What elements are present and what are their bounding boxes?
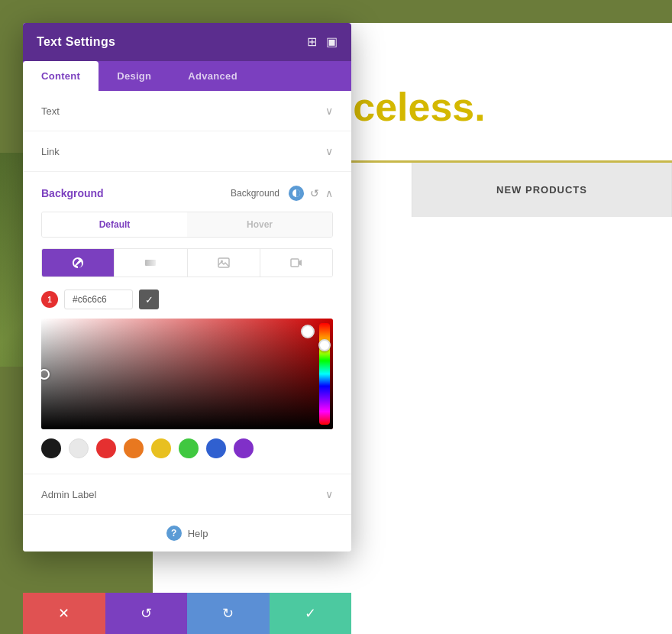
help-icon: ? [166,526,182,541]
tab-advanced[interactable]: Advanced [170,61,256,91]
fullscreen-icon[interactable]: ⊞ [307,36,317,48]
color-input-row: 1 ✓ [41,290,333,309]
swatch-green[interactable] [179,438,199,458]
bg-type-video[interactable] [260,249,332,277]
background-label-text: Background [231,188,279,199]
color-number-badge: 1 [41,291,58,308]
text-accordion[interactable]: Text ∨ [23,91,351,131]
background-chevron[interactable]: ∧ [325,187,333,199]
background-header-right: Background ↺ ∧ [231,186,333,201]
bg-tab-default[interactable]: Default [42,212,187,237]
color-hex-input[interactable] [64,290,133,309]
link-accordion[interactable]: Link ∨ [23,131,351,172]
hero-text-dot: . [474,85,485,129]
panel-body: Text ∨ Link ∨ Background Background ↺ ∧ [23,91,351,552]
hue-handle [318,339,331,351]
preview-tab-newproducts[interactable]: NEW PRODUCTS [412,163,672,217]
tab-content[interactable]: Content [23,61,99,91]
opacity-indicator [301,325,315,338]
swatch-yellow[interactable] [151,438,171,458]
panel-title: Text Settings [37,35,115,49]
cancel-button[interactable]: ✕ [23,593,105,634]
bg-type-color[interactable] [42,249,115,277]
redo-button[interactable]: ↻ [187,593,270,634]
panel-header-icons: ⊞ ▣ [307,36,338,48]
color-swatches [41,438,333,458]
background-title: Background [41,187,104,199]
swatch-purple[interactable] [234,438,254,458]
swatch-red[interactable] [96,438,116,458]
action-bar: ✕ ↺ ↻ ✓ [23,593,351,634]
bg-default-hover-tabs: Default Hover [41,212,333,238]
collapse-icon[interactable]: ▣ [326,36,338,48]
color-confirm-button[interactable]: ✓ [139,290,159,309]
color-gradient-brightness [41,319,333,429]
swatch-black[interactable] [41,438,61,458]
swatch-blue[interactable] [206,438,226,458]
tab-design[interactable]: Design [99,61,170,91]
save-button[interactable]: ✓ [270,593,352,634]
admin-label-text: Admin Label [41,489,96,500]
panel-tabs: Content Design Advanced [23,61,351,91]
admin-label-accordion[interactable]: Admin Label ∨ [23,474,351,514]
background-header: Background Background ↺ ∧ [41,172,333,212]
help-text: Help [188,528,208,539]
bg-color-icon[interactable] [289,186,304,201]
bg-tab-hover[interactable]: Hover [187,212,332,237]
color-picker-area[interactable] [41,319,333,429]
swatch-orange[interactable] [124,438,144,458]
bg-type-row [41,248,333,277]
bg-type-image[interactable] [188,249,260,277]
settings-panel: Text Settings ⊞ ▣ Content Design Advance… [23,23,351,552]
background-section: Background Background ↺ ∧ Default Hover [23,172,351,474]
hue-slider[interactable] [319,323,330,425]
svg-rect-4 [291,259,299,267]
link-chevron: ∨ [325,145,333,157]
text-chevron: ∨ [325,105,333,117]
help-row[interactable]: ? Help [23,514,351,552]
admin-label-chevron: ∨ [325,488,333,500]
hue-slider-container [319,323,331,425]
panel-header: Text Settings ⊞ ▣ [23,23,351,61]
link-label: Link [41,146,60,157]
bg-type-gradient[interactable] [115,249,187,277]
undo-button[interactable]: ↺ [105,593,188,634]
svg-rect-1 [145,260,156,266]
swatch-white[interactable] [69,438,89,458]
bg-reset-icon[interactable]: ↺ [310,187,319,199]
text-label: Text [41,105,60,117]
